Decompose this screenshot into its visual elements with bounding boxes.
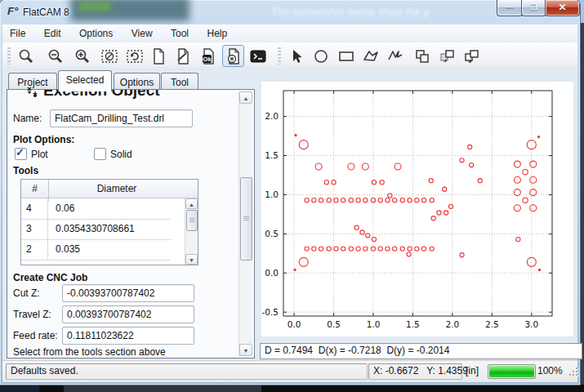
scroll-down-icon[interactable]: ▼ <box>185 254 198 265</box>
zoom-out-icon <box>47 47 65 65</box>
minimize-button[interactable]: — <box>497 0 523 16</box>
draw-circle-button[interactable] <box>310 45 332 67</box>
progress-bar <box>488 364 536 379</box>
mouse-coordinates: X: -0.6672 Y: 1.4359 <box>368 363 462 380</box>
cut-z-input[interactable]: -0.00393700787402 <box>62 284 194 302</box>
draw-rectangle-button[interactable] <box>335 45 357 67</box>
svg-text:-0.5: -0.5 <box>262 307 279 317</box>
shell-button[interactable] <box>247 45 269 67</box>
delete-object-button[interactable] <box>222 45 244 67</box>
svg-text:0.5: 0.5 <box>265 229 279 238</box>
scrollbar-thumb[interactable] <box>186 210 198 231</box>
toolbar-grip[interactable] <box>7 47 11 65</box>
copy-objects-button[interactable] <box>435 45 457 67</box>
document-delete-icon <box>225 47 243 65</box>
table-row[interactable]: 20.035 <box>21 239 171 261</box>
move-objects-button[interactable] <box>460 45 482 67</box>
menu-view[interactable]: View <box>124 24 160 42</box>
menu-options[interactable]: Options <box>72 24 120 42</box>
maximize-button[interactable]: ❐ <box>521 0 546 16</box>
menu-tool[interactable]: Tool <box>163 24 196 42</box>
svg-text:2.0: 2.0 <box>446 319 460 329</box>
scroll-down-icon[interactable]: ▼ <box>239 344 252 356</box>
plot-canvas[interactable]: 0.00.51.01.52.02.53.0-0.50.00.51.01.52.0 <box>261 82 573 336</box>
zoom-in-button[interactable] <box>71 45 93 67</box>
cut-z-label: Cut Z: <box>13 287 40 299</box>
tools-footnote: Select from the tools section above <box>13 346 166 358</box>
close-button[interactable]: ✕ <box>545 0 580 16</box>
menu-help[interactable]: Help <box>199 24 234 42</box>
draw-polyline-button[interactable] <box>384 45 406 67</box>
zoom-fit-button[interactable] <box>15 45 37 67</box>
move-icon <box>462 47 480 65</box>
pointer-tool-button[interactable] <box>285 45 307 67</box>
feed-rate-input[interactable]: 0.11811023622 <box>62 327 194 345</box>
close-icon: ✕ <box>546 2 579 13</box>
selected-tab-panel: Excellon Object Name: FlatCam_Drilling_T… <box>7 89 255 359</box>
replot-button[interactable] <box>123 45 145 67</box>
new-project-button[interactable] <box>147 45 169 67</box>
copy-icon <box>438 47 456 65</box>
tab-selected[interactable]: Selected <box>58 70 112 91</box>
scroll-up-icon[interactable]: ▲ <box>239 91 252 104</box>
tool-number-cell[interactable]: 3 <box>21 219 48 239</box>
ok-document-button[interactable]: Ok <box>197 45 219 67</box>
tool-number-cell[interactable]: 4 <box>21 198 48 219</box>
tools-label: Tools <box>13 165 38 176</box>
table-row[interactable]: 30.0354330708661 <box>21 219 171 240</box>
svg-text:0.0: 0.0 <box>265 268 279 278</box>
open-document-button[interactable] <box>172 45 194 67</box>
measurement-readout: D = 0.7494 D(x) = -0.7218 D(y) = -0.2014 <box>260 343 582 359</box>
replot-icon <box>126 47 144 65</box>
tool-diameter-cell[interactable]: 0.06 <box>49 198 171 219</box>
svg-text:2.5: 2.5 <box>485 319 499 329</box>
svg-text:1.5: 1.5 <box>406 319 420 329</box>
zoom-in-icon <box>74 47 91 65</box>
solid-checkbox[interactable]: ✓ <box>94 148 106 160</box>
duplicate-icon <box>413 47 431 65</box>
maximize-icon: ❐ <box>522 2 546 11</box>
document-ok-icon: Ok <box>199 47 217 65</box>
circle-icon <box>312 47 330 65</box>
menu-file[interactable]: File <box>2 24 33 42</box>
travel-z-input[interactable]: 0.00393700787402 <box>62 305 194 323</box>
cnc-section-label: Create CNC Job <box>13 272 87 283</box>
new-document-icon <box>149 47 167 65</box>
taskbar-strip-segment <box>0 385 39 392</box>
shell-icon <box>249 47 267 65</box>
resize-grip-icon[interactable] <box>569 368 578 376</box>
pointer-icon <box>288 47 305 65</box>
tool-diameter-cell[interactable]: 0.0354330708661 <box>49 219 171 239</box>
toolbar-grip[interactable] <box>278 47 281 65</box>
zoom-out-button[interactable] <box>44 45 66 67</box>
name-input[interactable]: FlatCam_Drilling_Test.drl <box>50 109 193 127</box>
table-scrollbar[interactable]: ▲ ▼ <box>185 198 198 265</box>
svg-text:2.0: 2.0 <box>265 111 279 121</box>
title-bar[interactable]: The screenshot below show the p F° FlatC… <box>0 0 580 24</box>
zoom-fit-icon <box>17 47 35 65</box>
tool-number-cell[interactable]: 2 <box>21 239 48 260</box>
plot-checkbox[interactable]: ✓ <box>15 148 27 160</box>
status-bar: Defaults saved. X: -0.6672 Y: 1.4359 [in… <box>2 360 577 382</box>
tools-table[interactable]: # Diameter 40.0630.035433070866120.035 ▲… <box>20 179 198 265</box>
excellon-object-icon <box>25 85 40 100</box>
scroll-up-icon[interactable]: ▲ <box>185 198 198 209</box>
check-icon: ✓ <box>16 146 25 158</box>
clear-plot-button[interactable] <box>98 45 120 67</box>
svg-text:1.5: 1.5 <box>265 150 279 160</box>
tab-options[interactable]: Options <box>114 73 160 91</box>
scrollbar-thumb[interactable] <box>240 177 252 261</box>
tab-tool[interactable]: Tool <box>161 73 198 91</box>
tool-diameter-cell[interactable]: 0.035 <box>49 239 171 260</box>
app-icon: F° <box>7 5 20 18</box>
panel-scrollbar[interactable]: ▲ ▼ <box>239 91 252 356</box>
plot-options-label: Plot Options: <box>13 134 74 145</box>
units-label: [in] <box>466 365 479 376</box>
aero-glass-blur <box>78 2 111 11</box>
duplicate-objects-button[interactable] <box>411 45 433 67</box>
draw-polygon-button[interactable] <box>359 45 381 67</box>
status-message: Defaults saved. <box>6 363 368 380</box>
table-row[interactable]: 40.06 <box>21 198 171 220</box>
menu-edit[interactable]: Edit <box>37 24 69 42</box>
taskbar-strip-segment <box>64 385 261 392</box>
